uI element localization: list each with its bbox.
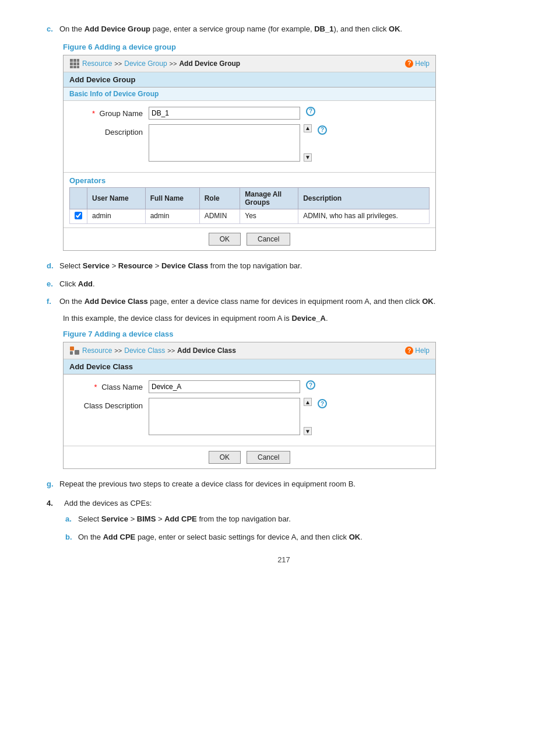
svg-rect-0	[70, 59, 73, 62]
fig6-table-header-row: User Name Full Name Role Manage AllGroup…	[70, 187, 430, 209]
fig6-row-role: ADMIN	[199, 209, 240, 223]
fig6-th-fullname: Full Name	[145, 187, 199, 209]
fig7-desc-scroll-up-icon[interactable]: ▲	[304, 398, 312, 406]
step-d-letter: d.	[47, 260, 56, 272]
step4b-letter: b.	[65, 531, 75, 544]
fig6-required-star: *	[92, 109, 95, 118]
fig6-section-header: Add Device Group	[64, 72, 435, 88]
fig7-class-desc-wrapper: ▲ ▼	[149, 398, 312, 435]
fig7-help-icon: ?	[405, 346, 413, 355]
step-f-note: In this example, the device class for de…	[63, 314, 521, 323]
step4a: a. Select Service > BIMS > Add CPE from …	[65, 513, 521, 526]
fig7-class-desc-textarea[interactable]	[149, 398, 300, 435]
svg-rect-10	[75, 350, 79, 355]
fig7-required-star: *	[94, 383, 97, 391]
fig6-group-name-help-icon[interactable]: ?	[306, 107, 315, 116]
fig6-th-role: Role	[199, 187, 240, 209]
svg-rect-9	[70, 346, 74, 351]
fig6-th-checkbox	[70, 187, 87, 209]
fig6-nav-device-group[interactable]: Device Group	[124, 60, 167, 68]
step4a-letter: a.	[65, 513, 75, 526]
fig6-help-icon: ?	[405, 60, 413, 68]
fig6-btn-row: OK Cancel	[64, 228, 435, 250]
fig7-nav-current: Add Device Class	[177, 346, 236, 355]
fig6-group-name-input[interactable]	[149, 107, 300, 120]
svg-rect-4	[73, 62, 76, 65]
fig7-class-desc-help-icon[interactable]: ?	[318, 399, 327, 408]
fig7-ok-button[interactable]: OK	[209, 451, 241, 464]
svg-rect-5	[77, 62, 79, 65]
step-f-letter: f.	[47, 296, 56, 308]
figure6-box: Resource >> Device Group >> Add Device G…	[63, 55, 436, 251]
step4-text: Add the devices as CPEs:	[64, 499, 152, 508]
svg-rect-11	[70, 351, 73, 355]
fig7-class-desc-label: Class Description	[73, 398, 143, 410]
fig7-nav-resource[interactable]: Resource	[82, 346, 112, 355]
fig7-form: * Class Name ? Class Description ▲ ▼ ?	[64, 374, 435, 446]
figure7-box: Resource >> Device Class >> Add Device C…	[63, 342, 436, 469]
fig6-row-fullname: admin	[145, 209, 199, 223]
fig6-ok-button[interactable]: OK	[209, 233, 241, 246]
fig6-row-checkbox[interactable]	[70, 209, 87, 223]
step4-number: 4.	[47, 499, 58, 508]
fig6-row-description: ADMIN, who has all privileges.	[298, 209, 430, 223]
svg-rect-8	[77, 66, 79, 68]
step-f: f. On the Add Device Class page, enter a…	[47, 296, 521, 308]
step-g-letter: g.	[47, 478, 56, 491]
step-c-letter: c.	[47, 23, 56, 36]
step-g-text: Repeat the previous two steps to create …	[59, 478, 356, 491]
step-c-text: On the Add Device Group page, enter a se…	[59, 23, 402, 36]
svg-rect-2	[77, 59, 79, 62]
step-f-text: On the Add Device Class page, enter a de…	[59, 296, 435, 308]
figure7-topbar: Resource >> Device Class >> Add Device C…	[64, 342, 435, 359]
fig6-operators-label: Operators	[69, 176, 430, 185]
step-c: c. On the Add Device Group page, enter a…	[47, 23, 521, 36]
figure6-topbar: Resource >> Device Group >> Add Device G…	[64, 55, 435, 72]
fig6-th-manage-all: Manage AllGroups	[240, 187, 298, 209]
fig6-group-name-row: * Group Name ?	[73, 107, 426, 120]
figure6-breadcrumb-path: Resource >> Device Group >> Add Device G…	[69, 58, 240, 69]
step-e: e. Click Add.	[47, 278, 521, 290]
fig6-subsection-header: Basic Info of Device Group	[64, 88, 435, 101]
fig6-group-name-label: * Group Name	[73, 107, 143, 118]
fig6-th-description: Description	[298, 187, 430, 209]
fig7-nav-device-class[interactable]: Device Class	[124, 346, 165, 355]
step4-main: 4. Add the devices as CPEs:	[47, 499, 521, 508]
fig7-section-header: Add Device Class	[64, 359, 435, 374]
fig6-cancel-button[interactable]: Cancel	[247, 233, 290, 246]
figure6-title: Figure 6 Adding a device group	[63, 43, 521, 51]
fig7-class-name-row: * Class Name ?	[73, 380, 426, 393]
fig6-th-username: User Name	[87, 187, 146, 209]
step-e-letter: e.	[47, 278, 56, 290]
fig7-class-name-input[interactable]	[149, 380, 300, 393]
fig6-description-help-icon[interactable]: ?	[318, 125, 327, 135]
fig7-class-name-label: * Class Name	[73, 380, 143, 391]
figure7-breadcrumb-path: Resource >> Device Class >> Add Device C…	[69, 345, 236, 356]
fig6-help-link[interactable]: ? Help	[405, 60, 430, 68]
fig6-description-textarea[interactable]	[149, 124, 300, 162]
fig7-class-name-help-icon[interactable]: ?	[306, 380, 315, 390]
fig6-operators-section: Operators User Name Full Name Role Manag…	[64, 172, 435, 228]
device-class-icon	[69, 345, 80, 356]
step4a-text: Select Service > BIMS > Add CPE from the…	[78, 513, 291, 526]
table-row: admin admin ADMIN Yes ADMIN, who has all…	[70, 209, 430, 223]
fig6-nav-resource[interactable]: Resource	[82, 60, 112, 68]
fig6-row-manage-all: Yes	[240, 209, 298, 223]
svg-rect-1	[73, 59, 76, 62]
fig7-help-link[interactable]: ? Help	[405, 346, 430, 355]
step4b: b. On the Add CPE page, enter or select …	[65, 531, 521, 544]
resource-grid-icon	[69, 58, 80, 69]
fig6-desc-scroll-down-icon[interactable]: ▼	[304, 153, 312, 162]
fig7-cancel-button[interactable]: Cancel	[247, 451, 290, 464]
fig6-row-username: admin	[87, 209, 146, 223]
fig7-class-desc-row: Class Description ▲ ▼ ?	[73, 398, 426, 435]
step4: 4. Add the devices as CPEs: a. Select Se…	[47, 499, 521, 544]
svg-rect-6	[70, 66, 73, 68]
fig6-nav-current: Add Device Group	[179, 60, 240, 68]
fig6-desc-scroll-up-icon[interactable]: ▲	[304, 124, 312, 132]
page-number: 217	[47, 555, 521, 564]
fig7-desc-scroll-down-icon[interactable]: ▼	[304, 427, 312, 435]
fig6-admin-checkbox[interactable]	[75, 212, 82, 219]
svg-rect-7	[73, 66, 76, 68]
fig6-description-row: Description ▲ ▼ ?	[73, 124, 426, 162]
